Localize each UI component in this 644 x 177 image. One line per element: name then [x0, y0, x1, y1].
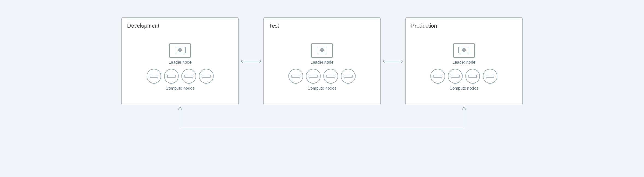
production-compute-row: [430, 69, 497, 84]
arrow-dev-test: [239, 58, 263, 64]
prod-compute-icon-1: [430, 69, 445, 84]
test-compute-group: Compute nodes: [288, 69, 356, 90]
compute-node-svg: [486, 74, 494, 78]
production-compute-group: Compute nodes: [430, 69, 497, 90]
test-box: Test Leader node: [263, 17, 381, 105]
test-leader-label: Leader node: [311, 60, 333, 64]
production-leader-icon: [453, 43, 475, 58]
prod-compute-icon-2: [448, 69, 463, 84]
compute-node-svg: [451, 74, 460, 78]
compute-node-svg: [184, 74, 193, 78]
compute-icon-2: [164, 69, 179, 84]
prod-compute-icon-3: [465, 69, 480, 84]
compute-node-svg: [202, 74, 211, 78]
compute-node-svg: [468, 74, 477, 78]
development-leader-icon: [169, 43, 191, 58]
test-leader-icon: [311, 43, 333, 58]
test-content: Leader node: [269, 34, 375, 100]
development-leader-label: Leader node: [169, 60, 192, 64]
environments-row: Development Leader node: [14, 17, 630, 105]
leader-node-svg: [175, 46, 186, 55]
compute-node-svg: [326, 74, 335, 78]
development-compute-row: [147, 69, 214, 84]
production-box: Production Leader node: [405, 17, 523, 105]
production-content: Leader node: [411, 34, 517, 100]
development-leader-group: Leader node: [169, 43, 192, 64]
compute-node-svg: [433, 74, 442, 78]
leader-node-svg: [458, 46, 469, 55]
compute-icon-4: [199, 69, 214, 84]
production-title: Production: [411, 23, 437, 29]
arrow-test-prod: [381, 58, 405, 64]
bottom-connector: [14, 105, 630, 138]
compute-node-svg: [344, 74, 353, 78]
horizontal-arrow-svg: [240, 58, 262, 64]
test-compute-row: [288, 69, 356, 84]
production-compute-label: Compute nodes: [449, 86, 478, 90]
compute-node-svg: [167, 74, 176, 78]
bottom-connector-svg: [14, 105, 630, 138]
development-compute-group: Compute nodes: [147, 69, 214, 90]
leader-node-svg: [317, 46, 327, 55]
diagram-wrapper: Development Leader node: [14, 9, 630, 168]
test-compute-icon-4: [341, 69, 356, 84]
svg-point-2: [180, 49, 181, 51]
compute-node-svg: [291, 74, 300, 78]
svg-point-26: [463, 49, 465, 51]
compute-node-svg: [309, 74, 318, 78]
svg-point-14: [321, 49, 323, 51]
test-leader-group: Leader node: [311, 43, 333, 64]
test-compute-icon-2: [306, 69, 321, 84]
prod-compute-icon-4: [483, 69, 497, 84]
test-title: Test: [269, 23, 279, 29]
development-title: Development: [127, 23, 159, 29]
horizontal-arrow-svg-2: [382, 58, 404, 64]
test-compute-icon-3: [323, 69, 338, 84]
test-compute-icon-1: [288, 69, 303, 84]
production-leader-label: Leader node: [452, 60, 475, 64]
development-compute-label: Compute nodes: [166, 86, 195, 90]
compute-icon-3: [181, 69, 196, 84]
compute-icon-1: [147, 69, 161, 84]
compute-node-svg: [150, 74, 158, 78]
development-content: Leader node: [127, 34, 233, 100]
test-compute-label: Compute nodes: [308, 86, 336, 90]
production-leader-group: Leader node: [452, 43, 475, 64]
development-box: Development Leader node: [121, 17, 239, 105]
